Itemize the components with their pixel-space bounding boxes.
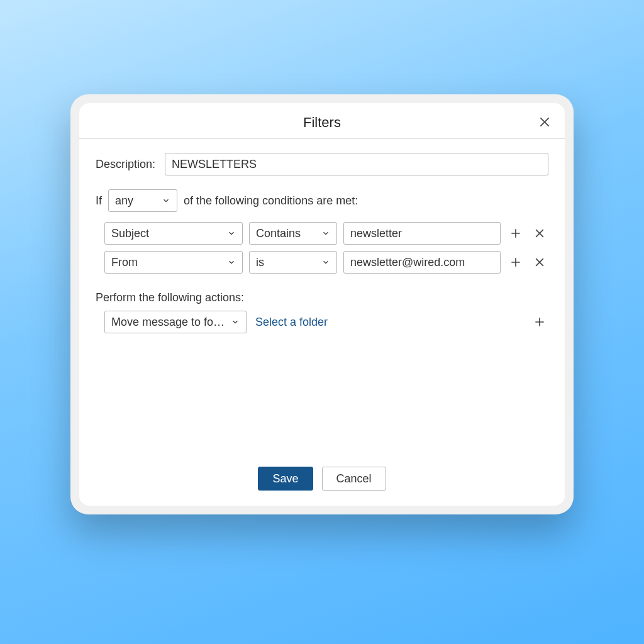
add-action-button[interactable]	[531, 313, 548, 331]
cancel-label: Cancel	[336, 472, 372, 486]
actions-block: Perform the following actions: Move mess…	[96, 291, 548, 333]
dialog-footer: Save Cancel	[79, 459, 565, 506]
condition-operator-select[interactable]: Contains	[249, 222, 337, 245]
chevron-down-icon	[227, 258, 236, 267]
add-condition-button[interactable]	[507, 225, 525, 242]
save-label: Save	[272, 472, 298, 486]
dialog-frame: Filters Description: NEWSLETTERS If any …	[70, 94, 574, 514]
condition-operator-value: Contains	[256, 227, 301, 240]
condition-value-text: newsletter	[350, 227, 402, 240]
close-icon	[538, 116, 551, 128]
chevron-down-icon	[162, 196, 170, 205]
cancel-button[interactable]: Cancel	[322, 467, 386, 491]
actions-label: Perform the following actions:	[96, 291, 548, 304]
chevron-down-icon	[321, 229, 330, 238]
action-row: Move message to fol… Select a folder	[96, 311, 548, 333]
dialog-title: Filters	[79, 114, 565, 131]
condition-field-select[interactable]: Subject	[104, 222, 243, 245]
close-icon	[533, 256, 546, 269]
condition-operator-select[interactable]: is	[249, 251, 337, 274]
plus-icon	[509, 256, 522, 269]
filters-dialog: Filters Description: NEWSLETTERS If any …	[79, 103, 565, 506]
chevron-down-icon	[231, 318, 240, 326]
description-row: Description: NEWSLETTERS	[96, 153, 548, 175]
close-button[interactable]	[536, 113, 553, 131]
match-row: If any of the following conditions are m…	[96, 189, 548, 212]
chevron-down-icon	[321, 258, 330, 267]
chevron-down-icon	[227, 229, 236, 238]
condition-operator-value: is	[256, 256, 264, 269]
remove-condition-button[interactable]	[531, 225, 548, 242]
remove-condition-button[interactable]	[531, 253, 548, 271]
plus-icon	[533, 316, 546, 328]
condition-field-select[interactable]: From	[104, 251, 243, 274]
condition-field-value: From	[111, 256, 138, 269]
description-input[interactable]: NEWSLETTERS	[165, 153, 548, 175]
plus-icon	[509, 227, 522, 240]
dialog-header: Filters	[79, 103, 565, 139]
condition-value-input[interactable]: newsletter	[343, 222, 501, 245]
description-value: NEWSLETTERS	[172, 158, 257, 171]
match-mode-select[interactable]: any	[108, 189, 177, 212]
close-icon	[533, 227, 546, 240]
condition-value-text: newsletter@wired.com	[350, 256, 465, 269]
condition-field-value: Subject	[111, 227, 149, 240]
conditions-block: Subject Contains newsletter	[96, 222, 548, 274]
action-type-select[interactable]: Move message to fol…	[104, 311, 247, 333]
description-label: Description:	[96, 158, 158, 171]
if-suffix: of the following conditions are met:	[184, 194, 358, 208]
dialog-body: Description: NEWSLETTERS If any of the f…	[79, 139, 565, 459]
add-condition-button[interactable]	[507, 253, 525, 271]
condition-row: Subject Contains newsletter	[104, 222, 548, 245]
match-mode-value: any	[115, 194, 133, 208]
condition-value-input[interactable]: newsletter@wired.com	[343, 251, 501, 274]
if-label: If	[96, 194, 102, 208]
save-button[interactable]: Save	[258, 467, 313, 491]
condition-row: From is newsletter@wired.com	[104, 251, 548, 274]
select-folder-link[interactable]: Select a folder	[255, 316, 328, 329]
action-type-value: Move message to fol…	[111, 316, 226, 329]
